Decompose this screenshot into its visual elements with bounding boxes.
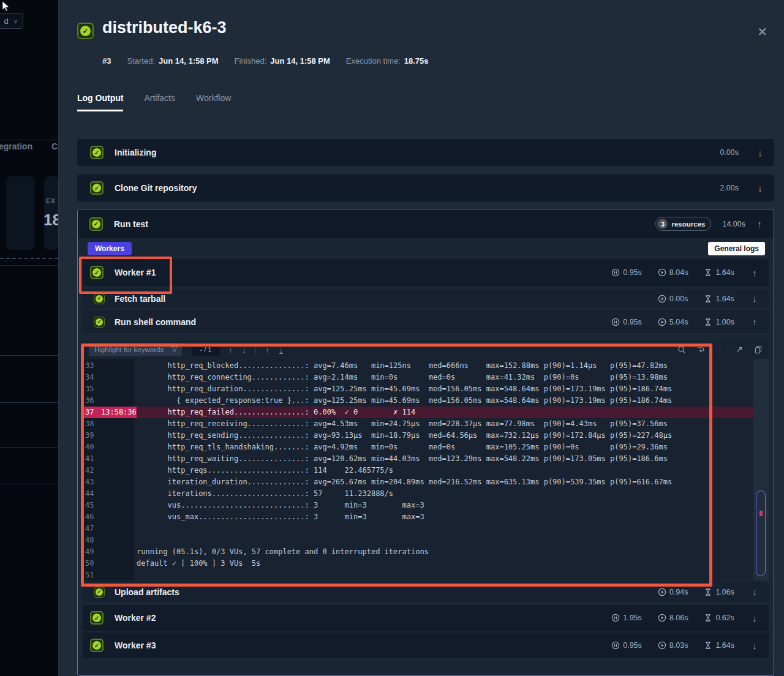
background-card-label: EX — [46, 197, 56, 205]
log-line-number: 38 — [83, 418, 101, 430]
log-line-text: http_req_tls_handshaking.......: avg=4.9… — [137, 441, 668, 453]
row-worker-1[interactable]: ✓ Worker #1 0.95s 8.04s 1.64s — [83, 259, 769, 286]
log-line-text: default ✓ [ 100% ] 3 VUs 5s — [137, 558, 260, 569]
section-duration: 2.00s — [720, 184, 739, 192]
section-row-clone-git[interactable]: ✓ Clone Git repository 2.00s ↓ — [77, 175, 774, 201]
row-fetch-tarball[interactable]: ✓ Fetch tarball 0.00s 1.64s ↓ — [83, 288, 769, 309]
waiting-duration: 1.06s — [704, 588, 734, 596]
log-line-timestamp — [101, 453, 137, 465]
section-row-initializing[interactable]: ✓ Initializing 0.00s ↓ — [77, 139, 774, 166]
success-icon: ✓ — [90, 266, 104, 279]
log-line-number: 45 — [83, 500, 101, 511]
log-line: 35 http_req_duration..............: avg=… — [83, 383, 769, 395]
log-line-number: 42 — [83, 465, 101, 476]
section-label: Clone Git repository — [115, 183, 197, 193]
collapse-chevron-icon[interactable]: ↑ — [754, 219, 765, 229]
log-scrollbar-thumb[interactable] — [756, 490, 766, 576]
close-icon[interactable]: ✕ — [757, 24, 767, 39]
log-body[interactable]: 33 http_req_blocked...............: avg=… — [83, 359, 769, 580]
log-line-text: http_req_receiving.............: avg=4.5… — [137, 418, 668, 430]
section-row-run-test[interactable]: ✓ Run test 3 resources 14.00s ↑ — [78, 209, 774, 238]
mouse-cursor-icon — [1, 1, 11, 12]
log-line-number: 33 — [83, 360, 101, 372]
search-icon[interactable] — [677, 345, 686, 354]
wrap-lines-icon[interactable] — [696, 345, 705, 354]
workers-button[interactable]: Workers — [88, 242, 132, 255]
row-label: Fetch tarball — [115, 294, 165, 304]
collapse-chevron-icon[interactable]: ↑ — [749, 268, 760, 278]
log-line-timestamp — [101, 372, 137, 383]
background-divider — [0, 484, 58, 484]
log-scrollbar-track[interactable] — [753, 359, 769, 580]
hourglass-icon — [704, 318, 712, 326]
pause-circle-icon — [611, 614, 620, 622]
waiting-duration: 1.00s — [704, 318, 734, 326]
log-line-number: 43 — [83, 476, 101, 488]
match-counter: - / 1 — [192, 344, 220, 356]
row-label: Worker #3 — [115, 640, 156, 650]
row-stats: 1.95s 8.06s 0.62s — [611, 614, 734, 622]
play-circle-icon — [658, 614, 666, 622]
row-stats: 0.94s 1.06s — [658, 588, 734, 596]
copy-icon[interactable] — [754, 345, 763, 354]
log-line: 34 http_req_connecting............: avg=… — [83, 372, 769, 383]
log-line-number: 44 — [83, 488, 101, 500]
section-label: Initializing — [115, 148, 156, 157]
play-circle-icon — [658, 295, 666, 303]
prev-match-icon[interactable]: ↑ — [224, 345, 238, 355]
background-divider — [0, 140, 58, 140]
job-status-success-icon: ✓ — [77, 23, 94, 39]
log-line-timestamp — [101, 523, 137, 535]
hourglass-icon — [704, 268, 712, 277]
log-line-number: 41 — [83, 453, 101, 465]
log-line-timestamp — [101, 500, 137, 511]
general-logs-button[interactable]: General logs — [708, 242, 765, 255]
collapse-chevron-icon[interactable]: ↑ — [749, 317, 760, 327]
log-line-number: 34 — [83, 372, 101, 383]
success-icon: ✓ — [89, 217, 103, 231]
background-dropdown[interactable]: d ∨ — [0, 13, 23, 29]
log-line: 41 http_req_waiting...............: avg=… — [83, 453, 769, 465]
log-line-timestamp — [101, 383, 137, 395]
expand-chevron-icon[interactable]: ↓ — [755, 148, 766, 158]
running-duration: 0.94s — [658, 588, 688, 596]
log-line: 44 iterations.....................: 57 1… — [83, 488, 769, 500]
log-line-number: 50 — [83, 558, 101, 569]
waiting-duration: 1.64s — [704, 641, 734, 650]
keyword-search-input[interactable] — [89, 343, 182, 356]
resources-badge[interactable]: 3 resources — [655, 217, 711, 231]
scroll-to-bottom-icon[interactable]: ↓ — [274, 345, 288, 355]
row-worker-2[interactable]: ✓ Worker #2 1.95s 8.06s 0.62s — [83, 605, 769, 631]
tab-artifacts[interactable]: Artifacts — [144, 93, 175, 111]
tab-log-output[interactable]: Log Output — [77, 93, 123, 111]
resources-label: resources — [671, 220, 705, 228]
next-match-icon[interactable]: ↓ — [238, 345, 252, 355]
success-icon: ✓ — [90, 639, 104, 652]
expand-chevron-icon[interactable]: ↓ — [749, 587, 760, 597]
workers-toolbar: Workers General logs — [88, 242, 765, 255]
section-duration: 0.00s — [720, 148, 739, 157]
expand-chevron-icon[interactable]: ↓ — [749, 293, 760, 304]
log-line-text: iteration_duration.............: avg=265… — [137, 476, 672, 488]
row-upload-artifacts[interactable]: ✓ Upload artifacts 0.94s 1.06s ↓ — [83, 582, 769, 602]
screen: d ∨ egration Cl EX 18 ✓ distributed-k6-3… — [0, 0, 784, 676]
running-duration: 8.03s — [658, 641, 688, 650]
expand-chevron-icon[interactable]: ↓ — [755, 183, 766, 193]
execution-time-meta: Execution time: 18.75s — [346, 56, 429, 66]
expand-chevron-icon[interactable]: ↓ — [749, 640, 760, 651]
scrollbar-highlight-marker — [760, 511, 763, 516]
scroll-to-top-icon[interactable]: ↑ — [260, 345, 274, 355]
job-meta: #3 Started: Jun 14, 1:58 PM Finished: Ju… — [102, 56, 428, 66]
expand-fullscreen-icon[interactable] — [735, 345, 744, 354]
expand-chevron-icon[interactable]: ↓ — [749, 613, 760, 623]
row-worker-3[interactable]: ✓ Worker #3 0.95s 8.03s 1.64s — [83, 633, 769, 658]
tab-workflow[interactable]: Workflow — [196, 93, 231, 111]
toolbar-divider — [720, 345, 720, 355]
background-divider — [0, 447, 58, 448]
log-line-text: http_req_waiting...............: avg=120… — [137, 453, 668, 465]
log-line-text: running (05.1s), 0/3 VUs, 57 complete an… — [137, 546, 429, 558]
log-line-number: 35 — [83, 383, 101, 395]
row-run-shell-command[interactable]: ✓ Run shell command 0.95s 5.04s 1.00s — [83, 310, 769, 333]
running-duration: 8.04s — [658, 268, 688, 277]
log-line: 42 http_reqs......................: 114 … — [83, 465, 769, 476]
